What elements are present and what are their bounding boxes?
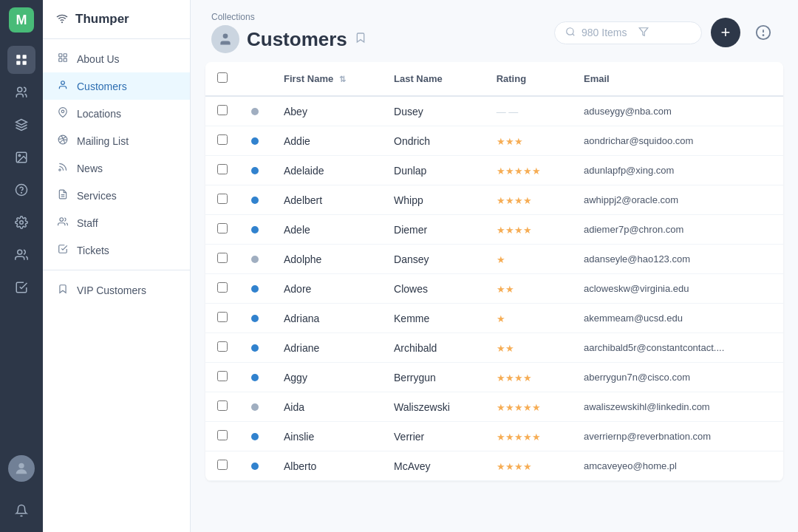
staff-icon: [56, 216, 69, 229]
email-cell: awhippj2@oracle.com: [572, 185, 783, 215]
svg-point-21: [59, 169, 61, 171]
last-name-cell: Dunlap: [382, 156, 485, 185]
row-checkbox[interactable]: [217, 430, 228, 440]
search-bar[interactable]: 980 Items: [554, 21, 702, 44]
last-name-cell: Dansey: [382, 245, 485, 274]
nav-item-customers[interactable]: Customers: [43, 72, 190, 100]
star-filled: ★: [523, 461, 532, 472]
nav-item-locations[interactable]: Locations: [43, 100, 190, 127]
app-logo[interactable]: M: [9, 7, 34, 33]
row-checkbox[interactable]: [217, 134, 228, 145]
last-name-cell: Diemer: [382, 215, 485, 245]
star-filled: ★: [497, 136, 505, 147]
nav-item-news[interactable]: News: [43, 154, 190, 182]
star-filled: ★: [514, 225, 523, 236]
nav-item-tickets[interactable]: Tickets: [43, 236, 190, 264]
rating-cell: ★★★★: [485, 363, 572, 392]
nav-item-about-us[interactable]: About Us: [43, 45, 190, 72]
last-name-cell: Verrier: [382, 422, 485, 451]
nav-icon-people[interactable]: [7, 241, 35, 269]
app-title-bar: Thumper: [43, 0, 190, 39]
nav-icon-settings[interactable]: [7, 208, 35, 236]
first-name-cell: Adele: [272, 215, 382, 245]
nav-item-staff[interactable]: Staff: [43, 209, 190, 236]
table-row: AdeleDiemer★★★★adiemer7p@chron.com: [205, 215, 783, 245]
sort-icon-first-name[interactable]: ⇅: [339, 75, 346, 83]
email-cell: averriernp@reverbnation.com: [572, 422, 783, 451]
star-filled: ★: [514, 432, 523, 443]
rating-cell: ★★★★: [485, 451, 572, 481]
nav-item-vip-customers[interactable]: VIP Customers: [43, 276, 190, 304]
row-checkbox[interactable]: [217, 341, 228, 352]
icon-sidebar: M: [0, 0, 43, 532]
main-content: Collections Customers 980 Items: [191, 0, 798, 532]
page-title-row: Customers: [211, 25, 366, 53]
row-checkbox[interactable]: [217, 312, 228, 322]
svg-point-18: [61, 81, 65, 85]
email-cell: adiemer7p@chron.com: [572, 215, 783, 245]
select-all-checkbox[interactable]: [217, 72, 228, 83]
row-checkbox[interactable]: [217, 400, 228, 411]
star-filled: ★: [497, 461, 505, 472]
nav-icon-users[interactable]: [7, 78, 35, 106]
header-first-name[interactable]: First Name ⇅: [272, 62, 382, 96]
table-row: AdoreClowes★★acloweskw@virginia.edu: [205, 274, 783, 304]
table-row: AdelaideDunlap★★★★★adunlapfp@xing.com: [205, 156, 783, 185]
first-name-cell: Adelaide: [272, 156, 382, 185]
notifications-bell[interactable]: [7, 497, 35, 525]
last-name-cell: Clowes: [382, 274, 485, 304]
info-button[interactable]: [749, 18, 777, 47]
svg-point-7: [18, 154, 20, 156]
nav-item-mailing-list[interactable]: Mailing List: [43, 127, 190, 154]
header-email: Email: [572, 62, 783, 96]
star-filled: ★: [505, 225, 514, 236]
row-checkbox[interactable]: [217, 253, 228, 263]
nav-label-mailing-list: Mailing List: [77, 135, 129, 147]
status-dot: [251, 256, 259, 263]
email-cell: aberrygun7n@cisco.com: [572, 363, 783, 392]
first-name-cell: Adelbert: [272, 185, 382, 215]
star-filled: ★: [514, 195, 523, 206]
star-filled: ★: [497, 432, 505, 443]
mailing-list-icon: [56, 134, 69, 147]
rating-dash: — —: [497, 106, 519, 117]
table-row: AidaWaliszewski★★★★★awaliszewskihl@linke…: [205, 392, 783, 422]
nav-item-services[interactable]: Services: [43, 182, 190, 209]
add-button[interactable]: +: [711, 18, 740, 47]
nav-label-customers: Customers: [77, 81, 127, 92]
svg-point-26: [567, 27, 573, 34]
bookmark-icon[interactable]: [355, 32, 366, 47]
email-cell: aarchibald5r@constantcontact....: [572, 333, 783, 363]
row-checkbox[interactable]: [217, 194, 228, 204]
row-checkbox[interactable]: [217, 164, 228, 174]
table-row: AlbertoMcAvey★★★★amcaveyeo@home.pl: [205, 451, 783, 481]
filter-icon[interactable]: [638, 27, 649, 39]
row-checkbox[interactable]: [217, 371, 228, 381]
email-cell: awaliszewskihl@linkedin.com: [572, 392, 783, 422]
nav-icon-image[interactable]: [7, 143, 35, 171]
user-avatar[interactable]: [8, 455, 35, 482]
star-filled: ★: [523, 372, 532, 383]
row-checkbox[interactable]: [217, 105, 228, 115]
row-checkbox[interactable]: [217, 282, 228, 293]
nav-icon-layers[interactable]: [7, 111, 35, 139]
first-name-cell: Ainslie: [272, 422, 382, 451]
row-checkbox[interactable]: [217, 460, 228, 470]
first-name-cell: Adolphe: [272, 245, 382, 274]
first-name-cell: Aida: [272, 392, 382, 422]
status-dot: [251, 108, 259, 115]
table-row: AggyBerrygun★★★★aberrygun7n@cisco.com: [205, 363, 783, 392]
status-dot: [251, 463, 259, 470]
header-dot-cell: [239, 62, 272, 96]
row-checkbox[interactable]: [217, 223, 228, 233]
last-name-cell: Waliszewski: [382, 392, 485, 422]
nav-icon-checklist[interactable]: [7, 273, 35, 301]
star-filled: ★: [497, 225, 505, 236]
nav-icon-grid[interactable]: [7, 46, 35, 74]
status-dot: [251, 167, 259, 174]
nav-sidebar: Thumper About Us Customers Locations Mai…: [43, 0, 191, 532]
email-cell: aduseygy@nba.com: [572, 96, 783, 126]
nav-icon-help[interactable]: [7, 176, 35, 204]
star-filled: ★: [532, 432, 541, 443]
header-right: 980 Items +: [554, 18, 777, 47]
